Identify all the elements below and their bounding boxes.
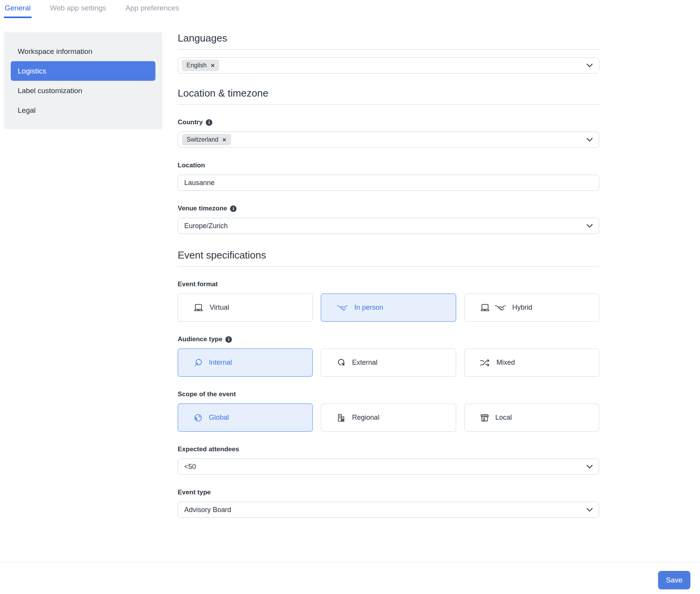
event-type-value: Advisory Board [184, 506, 231, 514]
country-chip: Switzerland ✕ [182, 134, 231, 145]
location-label: Location [178, 162, 599, 169]
audience-type-label-text: Audience type [178, 335, 222, 343]
chevron-down-icon [587, 508, 593, 512]
country-chip-label: Switzerland [187, 136, 218, 143]
venue-timezone-value: Europe/Zurich [184, 222, 228, 230]
venue-timezone-label: Venue timezone i [178, 205, 599, 212]
logistics-settings-panel: Languages English ✕ Location & timezone … [178, 0, 599, 518]
info-icon[interactable]: i [230, 205, 237, 212]
option-internal[interactable]: Internal [178, 349, 313, 377]
chevron-down-icon [587, 224, 593, 228]
scope-options: Global Regional Local [178, 404, 599, 432]
country-label: Country i [178, 118, 599, 126]
option-local[interactable]: Local [464, 404, 599, 432]
location-label-text: Location [178, 162, 205, 169]
laptop-icon [480, 303, 490, 312]
option-label: Mixed [497, 359, 515, 367]
event-type-label: Event type [178, 489, 599, 496]
option-label: Global [209, 414, 229, 422]
event-section-title: Event specifications [178, 249, 599, 267]
storefront-icon [480, 413, 489, 422]
location-input[interactable]: Lausanne [178, 175, 599, 191]
event-format-options: Virtual In person Hybrid [178, 294, 599, 322]
handshake-icon [337, 304, 348, 312]
expected-attendees-label: Expected attendees [178, 446, 599, 453]
event-format-label-text: Event format [178, 280, 218, 288]
option-virtual[interactable]: Virtual [178, 294, 313, 322]
shuffle-icon [480, 359, 490, 367]
venue-timezone-label-text: Venue timezone [178, 205, 227, 212]
option-label: Virtual [210, 304, 229, 312]
sidebar-item-legal[interactable]: Legal [11, 100, 155, 120]
option-external[interactable]: External [321, 349, 456, 377]
option-regional[interactable]: Regional [321, 404, 456, 432]
option-label: Regional [352, 414, 379, 422]
sidebar-item-label-customization[interactable]: Label customization [11, 81, 155, 100]
language-chip: English ✕ [182, 60, 219, 71]
option-global[interactable]: Global [178, 404, 313, 432]
remove-country-icon[interactable]: ✕ [222, 137, 227, 142]
expected-attendees-value: <50 [184, 463, 196, 471]
tab-app-preferences[interactable]: App preferences [125, 4, 180, 18]
remove-language-icon[interactable]: ✕ [210, 63, 215, 68]
language-chip-label: English [187, 62, 207, 69]
venue-timezone-select[interactable]: Europe/Zurich [178, 218, 599, 234]
expected-attendees-select[interactable]: <50 [178, 459, 599, 475]
option-label: In person [354, 304, 383, 312]
country-label-text: Country [178, 118, 203, 126]
option-label: Local [495, 414, 512, 422]
option-label: Hybrid [512, 304, 532, 312]
country-select[interactable]: Switzerland ✕ [178, 132, 599, 148]
chevron-down-icon [587, 465, 593, 469]
expected-attendees-label-text: Expected attendees [178, 446, 239, 453]
audience-type-options: Internal External Mixed [178, 349, 599, 377]
globe-icon [193, 413, 203, 422]
tab-web-app-settings[interactable]: Web app settings [49, 4, 107, 18]
save-button[interactable]: Save [658, 571, 690, 589]
settings-sidebar: Workspace information Logistics Label cu… [4, 32, 162, 129]
info-icon[interactable]: i [225, 336, 232, 343]
languages-select[interactable]: English ✕ [178, 57, 599, 73]
option-hybrid[interactable]: Hybrid [464, 294, 599, 322]
option-in-person[interactable]: In person [321, 294, 456, 322]
event-type-select[interactable]: Advisory Board [178, 502, 599, 518]
option-label: Internal [209, 359, 232, 367]
tab-general[interactable]: General [4, 4, 32, 18]
handshake-icon [495, 304, 506, 312]
laptop-icon [193, 303, 203, 312]
event-type-label-text: Event type [178, 489, 211, 496]
event-format-label: Event format [178, 280, 599, 288]
sidebar-item-workspace-information[interactable]: Workspace information [11, 42, 155, 61]
chevron-down-icon [587, 138, 593, 142]
buildings-icon [337, 413, 346, 422]
audience-type-label: Audience type i [178, 335, 599, 343]
scope-label: Scope of the event [178, 390, 599, 398]
footer-divider [0, 562, 700, 562]
arrow-out-of-circle-icon [337, 358, 346, 367]
arrow-into-circle-icon [193, 358, 203, 367]
info-icon[interactable]: i [206, 119, 212, 126]
sidebar-item-logistics[interactable]: Logistics [11, 61, 155, 81]
option-mixed[interactable]: Mixed [464, 349, 599, 377]
scope-label-text: Scope of the event [178, 390, 236, 398]
location-section-title: Location & timezone [178, 87, 599, 105]
languages-section-title: Languages [178, 32, 599, 50]
chevron-down-icon [587, 63, 593, 67]
option-label: External [352, 359, 377, 367]
